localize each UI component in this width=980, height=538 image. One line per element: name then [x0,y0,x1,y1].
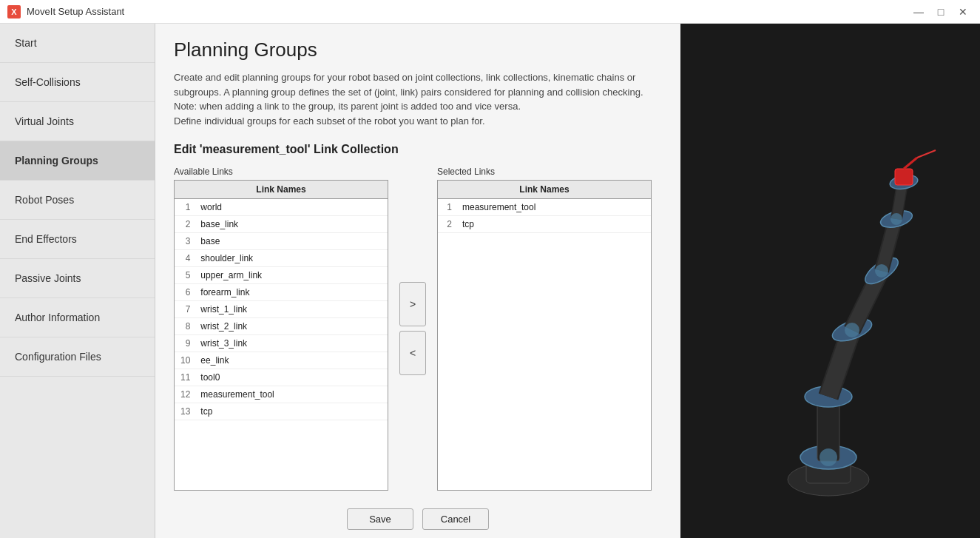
list-item[interactable]: 12measurement_tool [175,386,388,403]
list-item[interactable]: 10ee_link [175,352,388,369]
selected-links-panel: Selected Links Link Names 1measurement_t… [437,167,652,491]
list-item[interactable]: 13tcp [175,403,388,420]
window-title: MoveIt Setup Assistant [27,6,124,17]
list-item[interactable]: 5upper_arm_link [175,267,388,284]
sidebar-item-start[interactable]: Start [0,24,155,63]
list-item[interactable]: 4shoulder_link [175,250,388,267]
svg-point-24 [891,213,902,225]
list-item[interactable]: 9wrist_3_link [175,335,388,352]
minimize-button[interactable]: — [909,4,928,19]
edit-section-title: Edit 'measurement_tool' Link Collection [174,143,662,156]
svg-point-23 [875,264,888,278]
bottom-buttons: Save Cancel [174,508,662,530]
close-button[interactable]: ✕ [953,4,973,19]
transfer-buttons: > < [399,282,426,375]
titlebar: X MoveIt Setup Assistant — □ ✕ [0,0,980,24]
transfer-right-button[interactable]: > [399,282,426,326]
list-item[interactable]: 6forearm_link [175,284,388,301]
sidebar-item-planning-groups[interactable]: Planning Groups [0,141,155,181]
sidebar-item-robot-poses[interactable]: Robot Poses [0,181,155,220]
cancel-button[interactable]: Cancel [422,508,489,530]
page-title: Planning Groups [174,38,662,61]
available-links-label: Available Links [174,167,388,177]
list-item[interactable]: 11tool0 [175,369,388,386]
list-item[interactable]: 1world [175,199,388,216]
sidebar: Start Self-Collisions Virtual Joints Pla… [0,24,155,538]
main-container: Start Self-Collisions Virtual Joints Pla… [0,24,980,538]
selected-links-label: Selected Links [437,167,652,177]
page-description: Create and edit planning groups for your… [174,70,662,128]
save-button[interactable]: Save [347,508,413,530]
sidebar-item-virtual-joints[interactable]: Virtual Joints [0,102,155,141]
robot-panel [680,24,980,538]
link-collections-layout: Available Links Link Names 1world2base_l… [174,167,662,491]
transfer-left-button[interactable]: < [399,331,426,375]
maximize-button[interactable]: □ [931,4,950,19]
svg-point-22 [845,323,859,337]
list-item[interactable]: 1measurement_tool [438,199,651,216]
svg-point-21 [820,448,837,466]
available-links-table-container[interactable]: Link Names 1world2base_link3base4shoulde… [174,180,388,491]
list-item[interactable]: 2base_link [175,216,388,233]
titlebar-left: X MoveIt Setup Assistant [7,5,124,19]
sidebar-item-end-effectors[interactable]: End Effectors [0,220,155,259]
list-item[interactable]: 3base [175,233,388,250]
sidebar-item-passive-joints[interactable]: Passive Joints [0,259,155,298]
list-item[interactable]: 2tcp [438,216,651,233]
content-area: Planning Groups Create and edit planning… [155,24,680,538]
list-item[interactable]: 7wrist_1_link [175,301,388,318]
available-links-header: Link Names [175,181,388,199]
available-links-table: Link Names 1world2base_link3base4shoulde… [175,181,388,420]
selected-links-header: Link Names [438,181,651,199]
sidebar-item-author-information[interactable]: Author Information [0,298,155,337]
selected-links-table: Link Names 1measurement_tool2tcp [438,181,651,233]
selected-links-table-container[interactable]: Link Names 1measurement_tool2tcp [437,180,652,491]
sidebar-item-configuration-files[interactable]: Configuration Files [0,337,155,377]
window-controls: — □ ✕ [909,4,973,19]
sidebar-item-self-collisions[interactable]: Self-Collisions [0,63,155,102]
list-item[interactable]: 8wrist_2_link [175,318,388,335]
available-links-panel: Available Links Link Names 1world2base_l… [174,167,388,491]
app-icon: X [7,5,21,19]
svg-rect-18 [895,169,913,185]
